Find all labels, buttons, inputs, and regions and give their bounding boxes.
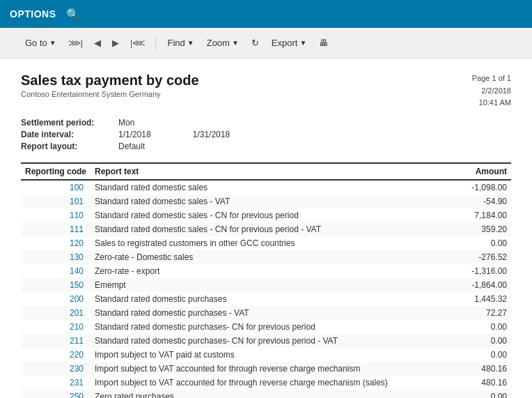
table-row: 211 Standard rated domestic purchases- C… (21, 334, 511, 348)
goto-chevron-icon: ▼ (49, 39, 56, 47)
find-button[interactable]: Find ▼ (163, 35, 198, 51)
date-label: Date interval: (21, 130, 118, 139)
page-time: 10:41 AM (472, 97, 511, 109)
top-bar: OPTIONS 🔍 (0, 0, 532, 28)
row-text: Standard rated domestic sales - CN for p… (91, 222, 435, 236)
row-amount: -1,864.00 (435, 278, 511, 292)
row-amount: -1,098.00 (435, 180, 511, 194)
row-text: Standard rated domestic purchases (91, 292, 435, 306)
row-amount: 0.00 (435, 348, 511, 362)
layout-value: Default (118, 141, 145, 151)
row-code[interactable]: 111 (21, 222, 91, 236)
row-code[interactable]: 210 (21, 320, 91, 334)
report-content: Sales tax payment by code Contoso Entert… (0, 59, 532, 398)
row-text: Import subject to VAT accounted for thro… (91, 376, 435, 390)
refresh-button[interactable]: ↻ (247, 35, 263, 51)
row-text: Import subject to VAT paid at customs (91, 348, 435, 362)
page-date: 2/2/2018 (472, 85, 511, 98)
table-row: 110 Standard rated domestic sales - CN f… (21, 208, 511, 222)
row-code[interactable]: 200 (21, 292, 91, 306)
date-from: 1/1/2018 (118, 130, 151, 139)
row-text: Standard rated domestic purchases - VAT (91, 306, 435, 320)
export-chevron-icon: ▼ (299, 39, 306, 47)
table-row: 230 Import subject to VAT accounted for … (21, 362, 511, 376)
search-icon[interactable]: 🔍 (66, 8, 80, 21)
col-header-code: Reporting code (21, 163, 91, 180)
goto-button[interactable]: Go to ▼ (21, 35, 61, 51)
table-header-row: Reporting code Report text Amount (21, 163, 511, 180)
row-code[interactable]: 101 (21, 194, 91, 208)
separator-1 (155, 36, 156, 50)
first-page-button[interactable]: ⋙| (65, 35, 86, 51)
row-code[interactable]: 231 (21, 376, 91, 390)
export-button[interactable]: Export ▼ (267, 35, 311, 51)
print-button[interactable]: 🖶 (315, 35, 332, 51)
row-text: Standard rated domestic sales (91, 180, 435, 194)
report-meta: Settlement period: Mon Date interval: 1/… (21, 118, 511, 151)
row-text: Standard rated domestic purchases- CN fo… (91, 334, 435, 348)
row-code[interactable]: 100 (21, 180, 91, 194)
layout-label: Report layout: (21, 141, 118, 151)
next-page-button[interactable]: ▶ (109, 35, 123, 51)
table-row: 100 Standard rated domestic sales -1,098… (21, 180, 511, 194)
row-amount: 7,184.00 (435, 208, 511, 222)
row-text: Standard rated domestic sales - CN for p… (91, 208, 435, 222)
row-code[interactable]: 110 (21, 208, 91, 222)
row-text: Emempt (91, 278, 435, 292)
row-amount: 0.00 (435, 390, 511, 398)
row-code[interactable]: 150 (21, 278, 91, 292)
last-page-button[interactable]: |⋘ (127, 35, 148, 51)
row-amount: 0.00 (435, 334, 511, 348)
row-text: Standard rated domestic purchases- CN fo… (91, 320, 435, 334)
table-row: 220 Import subject to VAT paid at custom… (21, 348, 511, 362)
table-row: 120 Sales to registrated customers in ot… (21, 236, 511, 250)
row-code[interactable]: 130 (21, 250, 91, 264)
settlement-label: Settlement period: (21, 118, 118, 128)
toolbar: Go to ▼ ⋙| ◀ ▶ |⋘ Find ▼ Zoom ▼ ↻ Export… (0, 28, 532, 59)
find-chevron-icon: ▼ (187, 39, 194, 47)
table-row: 250 Zero rated purchases 0.00 (21, 390, 511, 398)
row-code[interactable]: 220 (21, 348, 91, 362)
page-number: Page 1 of 1 (472, 72, 511, 85)
find-label: Find (167, 38, 185, 48)
table-row: 130 Zero-rate - Domestic sales -276.52 (21, 250, 511, 264)
prev-page-button[interactable]: ◀ (91, 35, 104, 51)
app-title: OPTIONS (10, 8, 56, 20)
row-code[interactable]: 140 (21, 264, 91, 278)
row-text: Import subject to VAT accounted for thro… (91, 362, 435, 376)
layout-row: Report layout: Default (21, 141, 511, 151)
zoom-chevron-icon: ▼ (232, 39, 239, 47)
row-amount: 359.20 (435, 222, 511, 236)
row-amount: 0.00 (435, 320, 511, 334)
settlement-value: Mon (118, 118, 134, 128)
row-text: Standard rated domestic sales - VAT (91, 194, 435, 208)
col-header-amount: Amount (435, 163, 511, 180)
export-label: Export (272, 38, 298, 48)
settlement-row: Settlement period: Mon (21, 118, 511, 128)
report-title-block: Sales tax payment by code Contoso Entert… (21, 72, 199, 98)
date-interval-row: Date interval: 1/1/2018 1/31/2018 (21, 130, 511, 139)
page-info: Page 1 of 1 2/2/2018 10:41 AM (472, 72, 511, 109)
table-row: 101 Standard rated domestic sales - VAT … (21, 194, 511, 208)
table-row: 201 Standard rated domestic purchases - … (21, 306, 511, 320)
row-amount: 72.27 (435, 306, 511, 320)
table-row: 111 Standard rated domestic sales - CN f… (21, 222, 511, 236)
goto-label: Go to (25, 38, 47, 48)
row-code[interactable]: 201 (21, 306, 91, 320)
zoom-label: Zoom (207, 38, 230, 48)
zoom-button[interactable]: Zoom ▼ (203, 35, 243, 51)
row-code[interactable]: 250 (21, 390, 91, 398)
row-amount: 1,445.32 (435, 292, 511, 306)
report-header: Sales tax payment by code Contoso Entert… (21, 72, 511, 109)
col-header-text: Report text (91, 163, 435, 180)
row-amount: -54.90 (435, 194, 511, 208)
row-code[interactable]: 230 (21, 362, 91, 376)
row-text: Zero-rate - export (91, 264, 435, 278)
row-code[interactable]: 211 (21, 334, 91, 348)
row-text: Zero-rate - Domestic sales (91, 250, 435, 264)
table-row: 231 Import subject to VAT accounted for … (21, 376, 511, 390)
row-text: Zero rated purchases (91, 390, 435, 398)
row-code[interactable]: 120 (21, 236, 91, 250)
report-table: Reporting code Report text Amount 100 St… (21, 162, 511, 398)
table-row: 140 Zero-rate - export -1,316.00 (21, 264, 511, 278)
